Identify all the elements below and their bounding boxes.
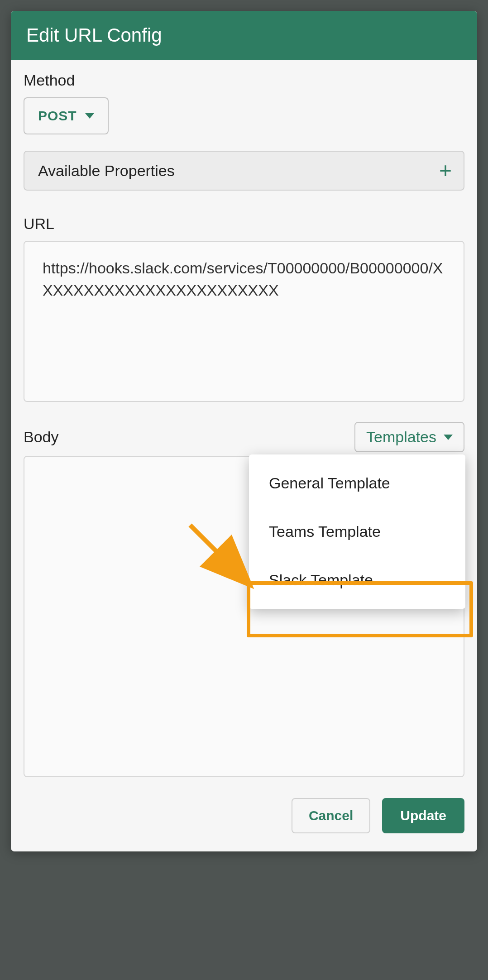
menu-item-teams-template[interactable]: Teams Template xyxy=(249,507,465,556)
body-label: Body xyxy=(24,428,59,446)
method-value: POST xyxy=(38,108,77,124)
method-dropdown[interactable]: POST xyxy=(24,97,109,134)
url-input[interactable] xyxy=(24,241,464,402)
body-header-row: Body Templates General Template Teams Te… xyxy=(24,422,464,452)
templates-dropdown[interactable]: Templates xyxy=(354,422,464,452)
url-label: URL xyxy=(24,215,464,233)
available-properties-panel[interactable]: Available Properties + xyxy=(24,151,464,191)
update-button[interactable]: Update xyxy=(382,798,464,833)
menu-item-slack-template[interactable]: Slack Template xyxy=(249,556,465,604)
method-label: Method xyxy=(24,72,464,89)
modal-footer: Cancel Update xyxy=(24,798,464,833)
menu-item-general-template[interactable]: General Template xyxy=(249,459,465,507)
templates-menu: General Template Teams Template Slack Te… xyxy=(249,454,465,609)
url-section: URL xyxy=(24,215,464,404)
caret-down-icon xyxy=(85,113,94,119)
edit-url-config-modal: Edit URL Config Method POST Available Pr… xyxy=(11,11,477,851)
modal-title: Edit URL Config xyxy=(11,11,477,60)
caret-down-icon xyxy=(444,435,453,440)
available-properties-label: Available Properties xyxy=(38,162,175,180)
templates-dropdown-label: Templates xyxy=(366,428,436,446)
plus-icon: + xyxy=(439,160,452,182)
cancel-button[interactable]: Cancel xyxy=(292,798,370,833)
modal-body: Method POST Available Properties + URL B… xyxy=(11,60,477,851)
